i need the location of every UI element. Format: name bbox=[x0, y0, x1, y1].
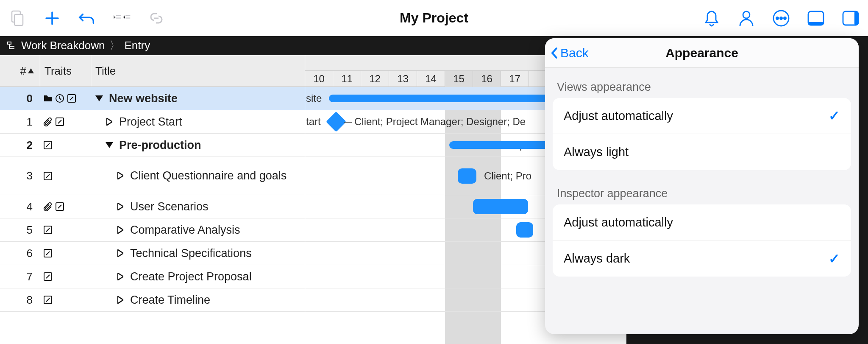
checkmark-icon: ✓ bbox=[829, 108, 840, 124]
gantt-day: 10 bbox=[305, 71, 333, 87]
task-bar[interactable] bbox=[473, 199, 528, 214]
outline-row[interactable]: 0New website bbox=[0, 87, 305, 110]
undo-icon[interactable] bbox=[78, 9, 96, 27]
row-number: 1 bbox=[0, 115, 40, 129]
row-number: 8 bbox=[0, 294, 40, 307]
row-traits bbox=[40, 171, 91, 181]
row-number: 5 bbox=[0, 224, 40, 237]
svg-rect-20 bbox=[8, 42, 11, 44]
disclosure-icon[interactable] bbox=[115, 296, 126, 304]
row-traits bbox=[40, 225, 91, 235]
svg-marker-33 bbox=[117, 172, 123, 179]
svg-point-14 bbox=[780, 17, 782, 19]
gantt-day: 17 bbox=[501, 71, 529, 87]
outline-row[interactable]: 2Pre-production bbox=[0, 134, 305, 157]
row-number: 3 bbox=[0, 169, 40, 182]
svg-marker-43 bbox=[117, 296, 123, 304]
documents-icon[interactable] bbox=[8, 9, 26, 27]
disclosure-icon[interactable] bbox=[115, 226, 126, 234]
svg-rect-19 bbox=[854, 11, 858, 25]
svg-marker-24 bbox=[28, 68, 34, 73]
svg-marker-29 bbox=[106, 118, 112, 126]
outline-panel: # Traits Title 0New website1Project Star… bbox=[0, 55, 305, 344]
gantt-day: 16 bbox=[473, 71, 501, 87]
svg-marker-39 bbox=[117, 249, 123, 257]
bell-icon[interactable] bbox=[703, 9, 721, 27]
gantt-day: 15 bbox=[445, 71, 473, 87]
task-bar[interactable] bbox=[516, 222, 533, 238]
row-number: 4 bbox=[0, 200, 40, 213]
outline-row[interactable]: 8Create Timeline bbox=[0, 288, 305, 312]
svg-point-11 bbox=[743, 11, 750, 18]
milestone[interactable] bbox=[326, 112, 346, 132]
breadcrumb-leaf[interactable]: Entry bbox=[125, 39, 150, 52]
sort-asc-icon bbox=[28, 68, 34, 73]
disclosure-icon[interactable] bbox=[115, 172, 126, 179]
col-title[interactable]: Title bbox=[91, 55, 305, 87]
panel-right-icon[interactable] bbox=[842, 9, 860, 27]
option-inspector-dark[interactable]: Always dark ✓ bbox=[553, 241, 851, 277]
disclosure-icon[interactable] bbox=[104, 118, 115, 126]
row-traits bbox=[40, 117, 91, 127]
row-traits bbox=[40, 140, 91, 150]
wbs-icon bbox=[6, 40, 17, 51]
col-traits[interactable]: Traits bbox=[40, 55, 91, 87]
row-title: Project Start bbox=[91, 115, 305, 129]
chevron-right-icon: 〉 bbox=[109, 38, 120, 53]
svg-marker-31 bbox=[106, 142, 113, 148]
row-title: Comparative Analysis bbox=[91, 223, 305, 237]
svg-marker-37 bbox=[117, 226, 123, 234]
breadcrumb-root[interactable]: Work Breakdown bbox=[21, 39, 105, 52]
option-views-light[interactable]: Always light bbox=[553, 134, 851, 170]
outline-row[interactable]: 1Project Start bbox=[0, 110, 305, 134]
disclosure-icon[interactable] bbox=[115, 273, 126, 280]
row-traits bbox=[40, 271, 91, 282]
indent-icon[interactable] bbox=[113, 9, 131, 27]
row-number: 2 bbox=[0, 139, 40, 152]
svg-marker-35 bbox=[117, 203, 123, 210]
row-title: Pre-production bbox=[91, 138, 305, 152]
outline-row[interactable]: 5Comparative Analysis bbox=[0, 218, 305, 242]
section-views-appearance: Views appearance bbox=[545, 76, 859, 98]
svg-point-15 bbox=[784, 17, 786, 19]
row-title: New website bbox=[91, 92, 305, 105]
row-traits bbox=[40, 295, 91, 305]
option-inspector-auto[interactable]: Adjust automatically bbox=[553, 204, 851, 241]
task-bar[interactable] bbox=[458, 168, 476, 184]
gantt-day: 14 bbox=[417, 71, 445, 87]
more-icon[interactable] bbox=[772, 9, 790, 27]
svg-marker-27 bbox=[95, 95, 103, 101]
row-number: 0 bbox=[0, 92, 40, 105]
option-views-auto[interactable]: Adjust automatically ✓ bbox=[553, 98, 851, 134]
person-icon[interactable] bbox=[737, 9, 755, 27]
row-title: User Scenarios bbox=[91, 200, 305, 213]
row-traits bbox=[40, 248, 91, 258]
appearance-popover: Back Appearance Views appearance Adjust … bbox=[545, 38, 859, 334]
section-inspector-appearance: Inspector appearance bbox=[545, 182, 859, 204]
row-traits bbox=[40, 93, 91, 103]
outline-row[interactable]: 3Client Questionnaire and goals bbox=[0, 157, 305, 195]
disclosure-icon[interactable] bbox=[115, 203, 126, 210]
chevron-left-icon bbox=[550, 47, 559, 59]
gantt-day: 11 bbox=[333, 71, 361, 87]
popover-title: Appearance bbox=[665, 46, 738, 60]
add-icon[interactable] bbox=[43, 9, 61, 27]
svg-point-13 bbox=[776, 17, 779, 19]
row-number: 7 bbox=[0, 270, 40, 283]
outline-row[interactable]: 7Create Project Proposal bbox=[0, 265, 305, 288]
col-number[interactable]: # bbox=[0, 55, 40, 87]
disclosure-icon[interactable] bbox=[94, 95, 105, 101]
row-title: Create Project Proposal bbox=[91, 270, 305, 283]
row-title: Create Timeline bbox=[91, 293, 305, 307]
toolbar: My Project bbox=[0, 0, 868, 36]
svg-rect-1 bbox=[14, 14, 23, 25]
outline-row[interactable]: 6Technical Specifications bbox=[0, 242, 305, 265]
back-button[interactable]: Back bbox=[550, 46, 589, 60]
panel-left-icon[interactable] bbox=[807, 9, 825, 27]
row-title: Technical Specifications bbox=[91, 246, 305, 260]
disclosure-icon[interactable] bbox=[115, 249, 126, 257]
outline-row[interactable]: 4User Scenarios bbox=[0, 195, 305, 218]
gantt-day: 12 bbox=[361, 71, 389, 87]
disclosure-icon[interactable] bbox=[104, 142, 115, 148]
link-icon[interactable] bbox=[147, 9, 165, 27]
